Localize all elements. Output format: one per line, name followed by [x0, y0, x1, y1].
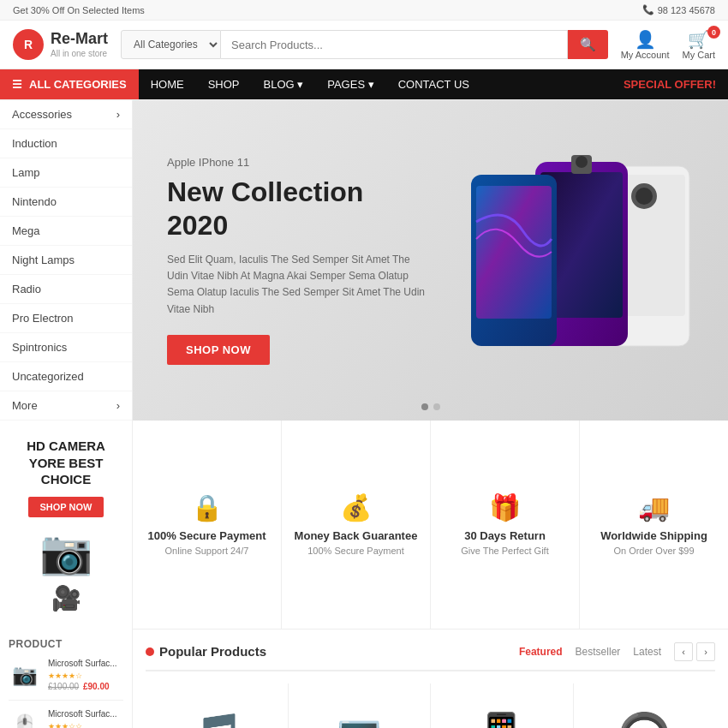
sidebar-item-accessories[interactable]: Accessories › — [0, 100, 132, 129]
sidebar-label: Accessories — [12, 108, 72, 121]
next-arrow[interactable]: › — [696, 642, 715, 661]
feature-title: Money Back Guarantee — [295, 529, 418, 542]
phones-svg — [462, 153, 702, 367]
product-card-2[interactable]: 💻 Ambrane Power Bank (PP-20) ★★★★★ £85.0… — [289, 683, 431, 729]
hamburger-icon: ☰ — [12, 78, 22, 91]
features-bar: 🔒 100% Secure Payment Online Support 24/… — [133, 421, 728, 630]
nav-pages[interactable]: PAGES ▾ — [315, 69, 385, 99]
prev-arrow[interactable]: ‹ — [674, 642, 693, 661]
product-card-1[interactable]: 🎵 Microsoft Surface Go Magnetic Table...… — [146, 683, 288, 729]
feature-title: 100% Secure Payment — [147, 529, 266, 542]
chevron-right-icon: › — [116, 108, 120, 121]
camera-promo: HD CAMERA YORE BEST CHOICE SHOP NOW 📷 🎥 — [0, 421, 133, 630]
section-tabs: Featured Bestseller Latest ‹ › — [519, 642, 715, 661]
popular-section-wrapper: PRODUCT 📷 Microsoft Surfac... ★★★★☆ £100… — [0, 630, 728, 729]
brand-name: Re-Mart — [51, 30, 108, 49]
sidebar-item-nintendo[interactable]: Nintendo — [0, 188, 132, 217]
camera-image-extra: 🎥 — [12, 584, 120, 612]
sidebar-item-radio[interactable]: Radio — [0, 275, 132, 304]
camera-shop-now-button[interactable]: SHOP NOW — [28, 497, 104, 517]
hero-content: Apple IPhone 11 New Collection 2020 Sed … — [133, 130, 460, 391]
svg-point-3 — [636, 188, 653, 205]
product-stars: ★★★★☆ — [48, 671, 117, 680]
search-area: All Categories 🔍 — [121, 30, 608, 59]
my-account[interactable]: 👤 My Account — [621, 29, 670, 60]
feature-title: Worldwide Shipping — [600, 529, 707, 542]
product-card-3[interactable]: 📱 Marq Home Theatre ★★★★☆ £116.00 £91.00 — [431, 683, 573, 729]
section-header: Popular Products Featured Bestseller Lat… — [146, 642, 715, 671]
title-dot — [146, 647, 154, 656]
sidebar-label: Nintendo — [12, 195, 57, 208]
section-title: Popular Products — [146, 644, 266, 659]
sidebar-item-pro-electron[interactable]: Pro Electron — [0, 304, 132, 333]
nav-shop[interactable]: SHOP — [196, 69, 252, 99]
money-back-icon: 💰 — [340, 492, 372, 522]
sidebar-label: Night Lamps — [12, 254, 75, 266]
camera-promo-title: HD CAMERA YORE BEST CHOICE — [12, 438, 120, 488]
product-image: 📱 — [439, 695, 564, 729]
sidebar-item-spintronics[interactable]: Spintronics — [0, 333, 132, 362]
header-actions: 👤 My Account 🛒 0 My Cart — [621, 29, 715, 60]
nav-arrows: ‹ › — [674, 642, 715, 661]
my-cart[interactable]: 🛒 0 My Cart — [683, 29, 716, 60]
sidebar-item-mega[interactable]: Mega — [0, 217, 132, 246]
nav-contact[interactable]: CONTACT US — [386, 69, 481, 99]
cart-badge: 0 — [707, 26, 720, 39]
feature-money-back: 💰 Money Back Guarantee 100% Secure Payme… — [282, 421, 431, 629]
popular-title: Popular Products — [159, 644, 266, 659]
sidebar-label: Pro Electron — [12, 312, 74, 325]
nav-categories-btn[interactable]: ☰ ALL CATEGORIES — [0, 69, 139, 99]
sidebar-item-uncategorized[interactable]: Uncategorized — [0, 362, 132, 391]
feature-shipping: 🚚 Worldwide Shipping On Order Over $99 — [580, 421, 728, 629]
header: R Re-Mart All in one store All Categorie… — [0, 21, 728, 69]
hero-banner: Apple IPhone 11 New Collection 2020 Sed … — [133, 100, 728, 421]
sidebar-product-list: PRODUCT 📷 Microsoft Surfac... ★★★★☆ £100… — [0, 630, 133, 729]
product-image: 💻 — [297, 695, 422, 729]
tab-latest[interactable]: Latest — [633, 646, 661, 658]
sidebar-label: Induction — [12, 137, 57, 150]
hero-shop-now-button[interactable]: SHOP NOW — [167, 335, 270, 365]
sidebar-item-lamp[interactable]: Lamp — [0, 158, 132, 188]
sidebar-label: Radio — [12, 283, 41, 295]
sidebar-product-1[interactable]: 📷 Microsoft Surfac... ★★★★☆ £100.00 £90.… — [9, 659, 123, 701]
popular-products-area: Popular Products Featured Bestseller Lat… — [133, 630, 728, 729]
sidebar-item-induction[interactable]: Induction — [0, 129, 132, 158]
price-new: £90.00 — [83, 682, 110, 691]
sidebar-item-more[interactable]: More › — [0, 391, 132, 421]
categories-label: ALL CATEGORIES — [29, 78, 127, 91]
product-list-title: PRODUCT — [9, 638, 123, 650]
feature-sub: 100% Secure Payment — [307, 546, 404, 556]
search-button[interactable]: 🔍 — [568, 30, 608, 59]
product-thumbnail: 📷 — [9, 659, 41, 691]
nav-home[interactable]: HOME — [139, 69, 196, 99]
phone-area: 📞 98 123 45678 — [642, 4, 715, 15]
sidebar-label: Spintronics — [12, 341, 67, 354]
shipping-icon: 🚚 — [638, 492, 670, 522]
nav-blog[interactable]: BLOG ▾ — [251, 69, 315, 99]
phone-icon: 📞 — [642, 4, 654, 15]
product-name: Microsoft Surfac... — [48, 659, 117, 669]
search-input[interactable] — [221, 30, 568, 59]
dot-2[interactable] — [433, 403, 440, 410]
tab-bestseller[interactable]: Bestseller — [576, 646, 621, 658]
hero-dots — [421, 403, 440, 410]
feature-sub: Online Support 24/7 — [165, 546, 249, 556]
nav-special-offer[interactable]: SPECIAL OFFER! — [612, 69, 728, 99]
nav: ☰ ALL CATEGORIES HOME SHOP BLOG ▾ PAGES … — [0, 69, 728, 99]
product-card-4[interactable]: 🎧 Zebronics Bluetooth Home Theatre ★★★★☆… — [574, 683, 716, 729]
main-content: Accessories › Induction Lamp Nintendo Me… — [0, 99, 728, 421]
cart-icon: 🛒 — [688, 29, 709, 50]
product-image: 🎵 — [154, 695, 279, 729]
phone-number: 98 123 45678 — [658, 5, 715, 15]
sidebar-product-2[interactable]: 🖱️ Microsoft Surfac... ★★★☆☆ £135.00 £10… — [9, 709, 123, 729]
dot-1[interactable] — [421, 403, 428, 410]
tab-featured[interactable]: Featured — [519, 646, 563, 658]
cart-label: My Cart — [683, 50, 716, 60]
svg-rect-12 — [476, 186, 552, 319]
product-info: Microsoft Surfac... ★★★★☆ £100.00 £90.00 — [48, 659, 117, 691]
logo[interactable]: R Re-Mart All in one store — [13, 29, 108, 60]
sidebar-item-night-lamps[interactable]: Night Lamps — [0, 246, 132, 275]
return-icon: 🎁 — [489, 492, 521, 522]
category-select[interactable]: All Categories — [121, 30, 221, 59]
logo-text: Re-Mart All in one store — [51, 30, 108, 59]
